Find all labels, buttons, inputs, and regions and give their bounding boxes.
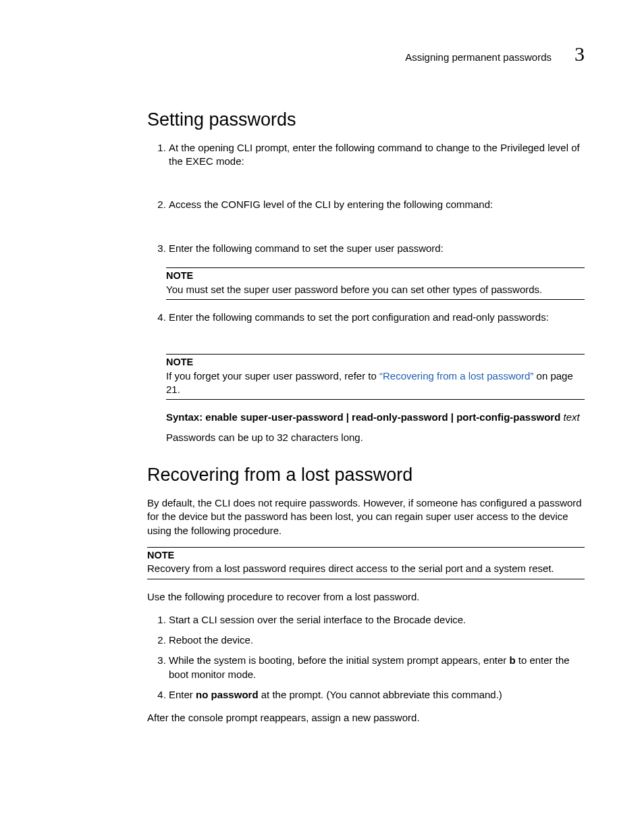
note-label: NOTE	[147, 549, 585, 563]
page-content: Setting passwords At the opening CLI pro…	[147, 107, 585, 725]
note-lost-password-ref: NOTE If you forget your super user passw…	[166, 354, 585, 400]
running-title: Assigning permanent passwords	[405, 51, 552, 64]
running-header: Assigning permanent passwords 3	[59, 41, 585, 68]
xref-recovering-lost-password[interactable]: “Recovering from a lost password”	[379, 370, 533, 382]
recovery-steps: Start a CLI session over the serial inte…	[147, 613, 585, 702]
note-body: If you forget your super user password, …	[166, 369, 585, 397]
note-label: NOTE	[166, 356, 585, 369]
step-text-post: at the prompt. (You cannot abbreviate th…	[259, 689, 502, 700]
list-item: Start a CLI session over the serial inte…	[169, 613, 585, 627]
setting-passwords-steps: At the opening CLI prompt, enter the fol…	[147, 141, 585, 255]
paragraph-lead: Use the following procedure to recover f…	[147, 590, 585, 604]
note-text-pre: If you forget your super user password, …	[166, 370, 379, 382]
list-item: Enter no password at the prompt. (You ca…	[169, 688, 585, 702]
paragraph-close: After the console prompt reappears, assi…	[147, 711, 585, 725]
setting-passwords-steps-cont: Enter the following commands to set the …	[147, 311, 585, 324]
step-text-bold: b	[509, 654, 515, 666]
syntax-label: Syntax:	[166, 411, 203, 423]
list-item: While the system is booting, before the …	[169, 654, 585, 681]
section-title-setting-passwords: Setting passwords	[147, 107, 585, 132]
list-item: Enter the following commands to set the …	[169, 311, 585, 324]
syntax-text: enable super-user-password | read-only-p…	[203, 411, 563, 423]
list-item: Reboot the device.	[169, 633, 585, 647]
paragraph-intro: By default, the CLI does not require pas…	[147, 496, 585, 538]
section-title-recovering-lost-password: Recovering from a lost password	[147, 463, 585, 487]
step-text-bold: no password	[196, 689, 259, 700]
note-body: You must set the super user password bef…	[166, 283, 585, 296]
step-text-pre: While the system is booting, before the …	[169, 654, 509, 666]
note-body: Recovery from a lost password requires d…	[147, 562, 585, 575]
paragraph-password-length: Passwords can be up to 32 characters lon…	[166, 431, 585, 444]
note-label: NOTE	[166, 269, 585, 283]
list-item: Enter the following command to set the s…	[169, 242, 585, 255]
chapter-number: 3	[574, 41, 585, 68]
list-item: Access the CONFIG level of the CLI by en…	[169, 198, 585, 211]
syntax-arg: text	[564, 411, 580, 423]
step-text-pre: Enter	[169, 689, 196, 700]
note-recovery-requires-serial: NOTE Recovery from a lost password requi…	[147, 547, 585, 579]
list-item: At the opening CLI prompt, enter the fol…	[169, 141, 585, 169]
note-set-super-user-first: NOTE You must set the super user passwor…	[166, 267, 585, 300]
syntax-line: Syntax: enable super-user-password | rea…	[166, 411, 585, 424]
page: Assigning permanent passwords 3 Setting …	[0, 0, 644, 775]
